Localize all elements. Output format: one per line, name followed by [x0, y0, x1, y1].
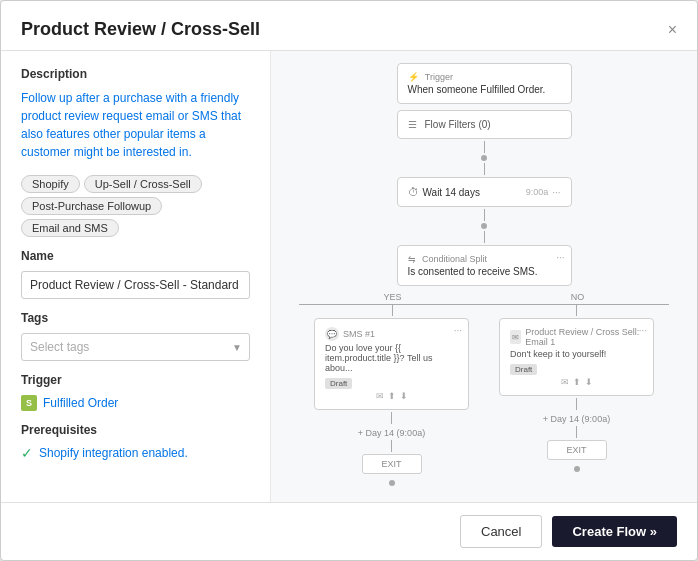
flow-diagram: ⚡ Trigger When someone Fulfilled Order. … [283, 63, 685, 486]
check-icon: ✓ [21, 445, 33, 461]
sms-text: Do you love your {{ item.product.title }… [325, 343, 458, 373]
email-icon: ✉ [510, 330, 521, 344]
sms-node-header: 💬 SMS #1 [325, 327, 458, 341]
modal-body: Description Follow up after a purchase w… [1, 51, 697, 502]
trigger-value: Fulfilled Order [43, 396, 118, 410]
sms-node: ··· 💬 SMS #1 Do you love your {{ item.pr… [314, 318, 469, 410]
wait-dots: ··· [552, 187, 560, 198]
sms-day-label: + Day 14 (9:00a) [358, 428, 425, 438]
connector-line-1 [484, 141, 485, 153]
modal-container: Product Review / Cross-Sell × Descriptio… [0, 0, 698, 561]
email-bottom-icons: ✉⬆⬇ [510, 377, 643, 387]
sms-exit-dot [389, 480, 395, 486]
email-text: Don't keep it to yourself! [510, 349, 643, 359]
sms-draft-badge: Draft [325, 378, 352, 389]
description-label: Description [21, 67, 250, 81]
left-panel: Description Follow up after a purchase w… [1, 51, 271, 502]
connector-dot-2 [481, 223, 487, 229]
wait-node: ⏱ Wait 14 days 9:00a ··· [397, 177, 572, 207]
close-button[interactable]: × [668, 22, 677, 38]
name-input[interactable] [21, 271, 250, 299]
trigger-node-header: ⚡ Trigger [408, 72, 561, 82]
sms-icon: 💬 [325, 327, 339, 341]
email-dots: ··· [639, 325, 647, 336]
description-text: Follow up after a purchase with a friend… [21, 89, 250, 161]
email-branch: ··· ✉ Product Review / Cross Sell: Email… [499, 318, 654, 472]
filter-node: ☰ Flow Filters (0) [397, 110, 572, 139]
description-section: Description Follow up after a purchase w… [21, 67, 250, 237]
modal-footer: Cancel Create Flow » [1, 502, 697, 560]
tag-list: Shopify Up-Sell / Cross-Sell Post-Purcha… [21, 175, 250, 237]
email-connector-1 [576, 398, 577, 410]
sms-connector-2 [391, 440, 392, 452]
email-exit-dot [574, 466, 580, 472]
split-header: ⇋ Conditional Split [408, 254, 561, 264]
wait-time: 9:00a [526, 187, 549, 197]
connector-dot-1 [481, 155, 487, 161]
prereq-text: Shopify integration enabled. [39, 446, 188, 460]
tags-select[interactable]: Select tags [21, 333, 250, 361]
create-flow-button[interactable]: Create Flow » [552, 516, 677, 547]
modal-header: Product Review / Cross-Sell × [1, 1, 697, 51]
trigger-label: Trigger [21, 373, 250, 387]
email-draft-badge: Draft [510, 364, 537, 375]
split-branches: ··· 💬 SMS #1 Do you love your {{ item.pr… [299, 318, 669, 486]
connector-line-3 [484, 209, 485, 221]
modal-title: Product Review / Cross-Sell [21, 19, 260, 40]
connector-line-2 [484, 163, 485, 175]
email-exit-node: EXIT [547, 440, 607, 460]
wait-label: Wait 14 days [423, 187, 480, 198]
yes-label: YES [384, 292, 402, 302]
name-label: Name [21, 249, 250, 263]
prerequisites-section: Prerequisites ✓ Shopify integration enab… [21, 423, 250, 461]
sms-exit-node: EXIT [362, 454, 422, 474]
sms-dots: ··· [454, 325, 462, 336]
cancel-button[interactable]: Cancel [460, 515, 542, 548]
sms-connector-1 [391, 412, 392, 424]
split-node: ··· ⇋ Conditional Split Is consented to … [397, 245, 572, 286]
trigger-node-content: When someone Fulfilled Order. [408, 84, 561, 95]
email-node: ··· ✉ Product Review / Cross Sell: Email… [499, 318, 654, 396]
email-connector-2 [576, 426, 577, 438]
tag-postpurchase: Post-Purchase Followup [21, 197, 162, 215]
sms-bottom-icons: ✉⬆⬇ [325, 391, 458, 401]
tags-label: Tags [21, 311, 250, 325]
right-panel: ⚡ Trigger When someone Fulfilled Order. … [271, 51, 697, 502]
filter-label: Flow Filters (0) [425, 119, 491, 130]
connector-line-4 [484, 231, 485, 243]
shopify-icon: S [21, 395, 37, 411]
trigger-row: S Fulfilled Order [21, 395, 250, 411]
email-day-label: + Day 14 (9:00a) [543, 414, 610, 424]
split-dots: ··· [556, 252, 564, 263]
trigger-section: Trigger S Fulfilled Order [21, 373, 250, 411]
email-node-header: ✉ Product Review / Cross Sell: Email 1 [510, 327, 643, 347]
prerequisites-label: Prerequisites [21, 423, 250, 437]
prereq-row: ✓ Shopify integration enabled. [21, 445, 250, 461]
tags-select-wrapper: Select tags ▼ [21, 333, 250, 361]
name-section: Name [21, 249, 250, 299]
filter-row: ☰ Flow Filters (0) [408, 119, 561, 130]
split-content: Is consented to receive SMS. [408, 266, 561, 277]
tags-section: Tags Select tags ▼ [21, 311, 250, 361]
tag-emailsms: Email and SMS [21, 219, 119, 237]
trigger-node: ⚡ Trigger When someone Fulfilled Order. [397, 63, 572, 104]
tag-upsell: Up-Sell / Cross-Sell [84, 175, 202, 193]
sms-branch: ··· 💬 SMS #1 Do you love your {{ item.pr… [314, 318, 469, 486]
no-label: NO [571, 292, 585, 302]
tag-shopify: Shopify [21, 175, 80, 193]
